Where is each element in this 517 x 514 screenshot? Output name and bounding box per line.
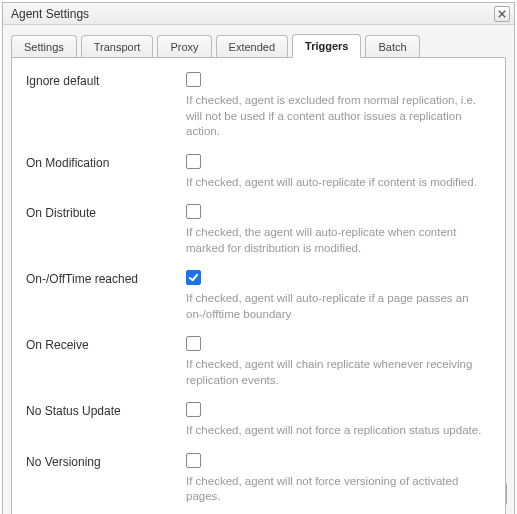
checkbox-on-distribute[interactable] xyxy=(186,204,201,219)
checkbox-on-offtime[interactable] xyxy=(186,270,201,285)
label-on-offtime: On-/OffTime reached xyxy=(26,270,186,286)
checkbox-no-status-update[interactable] xyxy=(186,402,201,417)
checkbox-on-modification[interactable] xyxy=(186,154,201,169)
tab-batch[interactable]: Batch xyxy=(365,35,419,58)
desc-no-versioning: If checked, agent will not force version… xyxy=(186,474,491,505)
tab-extended[interactable]: Extended xyxy=(216,35,288,58)
check-icon xyxy=(188,272,199,283)
tab-bar: Settings Transport Proxy Extended Trigge… xyxy=(3,25,514,57)
label-ignore-default: Ignore default xyxy=(26,72,186,88)
label-no-versioning: No Versioning xyxy=(26,453,186,469)
titlebar: Agent Settings xyxy=(3,3,514,25)
field-no-versioning: No Versioning If checked, agent will not… xyxy=(26,453,491,505)
close-button[interactable] xyxy=(494,6,510,22)
field-on-modification: On Modification If checked, agent will a… xyxy=(26,154,491,191)
label-no-status-update: No Status Update xyxy=(26,402,186,418)
agent-settings-dialog: Agent Settings Settings Transport Proxy … xyxy=(2,2,515,514)
field-on-receive: On Receive If checked, agent will chain … xyxy=(26,336,491,388)
field-on-distribute: On Distribute If checked, the agent will… xyxy=(26,204,491,256)
desc-on-modification: If checked, agent will auto-replicate if… xyxy=(186,175,491,191)
label-on-distribute: On Distribute xyxy=(26,204,186,220)
label-on-receive: On Receive xyxy=(26,336,186,352)
tab-triggers[interactable]: Triggers xyxy=(292,34,361,58)
desc-no-status-update: If checked, agent will not force a repli… xyxy=(186,423,491,439)
field-on-offtime: On-/OffTime reached If checked, agent wi… xyxy=(26,270,491,322)
desc-on-distribute: If checked, the agent will auto-replicat… xyxy=(186,225,491,256)
label-on-modification: On Modification xyxy=(26,154,186,170)
tab-settings[interactable]: Settings xyxy=(11,35,77,58)
tab-transport[interactable]: Transport xyxy=(81,35,154,58)
desc-on-offtime: If checked, agent will auto-replicate if… xyxy=(186,291,491,322)
triggers-panel: Ignore default If checked, agent is excl… xyxy=(11,57,506,514)
field-ignore-default: Ignore default If checked, agent is excl… xyxy=(26,72,491,140)
checkbox-no-versioning[interactable] xyxy=(186,453,201,468)
desc-on-receive: If checked, agent will chain replicate w… xyxy=(186,357,491,388)
field-no-status-update: No Status Update If checked, agent will … xyxy=(26,402,491,439)
checkbox-ignore-default[interactable] xyxy=(186,72,201,87)
desc-ignore-default: If checked, agent is excluded from norma… xyxy=(186,93,491,140)
dialog-title: Agent Settings xyxy=(11,7,89,21)
checkbox-on-receive[interactable] xyxy=(186,336,201,351)
close-icon xyxy=(498,10,506,18)
tab-proxy[interactable]: Proxy xyxy=(157,35,211,58)
